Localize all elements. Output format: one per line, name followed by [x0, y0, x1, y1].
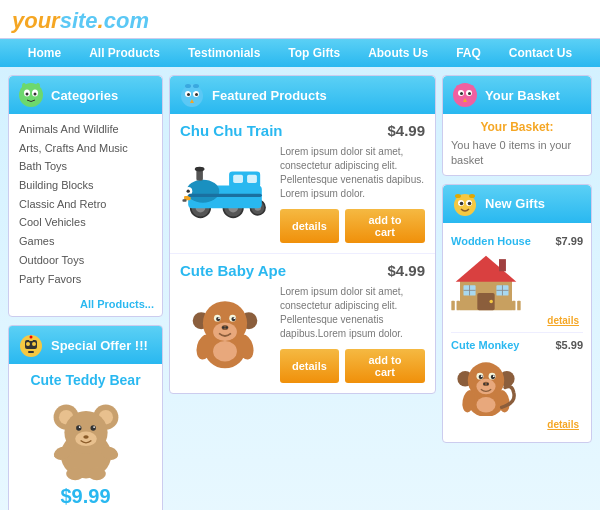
svg-point-36	[185, 84, 191, 88]
svg-point-65	[231, 317, 235, 321]
svg-point-33	[187, 93, 190, 96]
svg-point-25	[83, 435, 88, 439]
left-column: Categories Animals And Wildlife Arts, Cr…	[8, 75, 163, 510]
svg-point-81	[468, 85, 474, 89]
svg-point-80	[456, 85, 462, 89]
logo: yoursite.com	[12, 8, 588, 34]
svg-point-9	[26, 342, 30, 346]
new-gifts-box: New Gifts Wodden House $7.99	[442, 184, 592, 443]
gift-price-monkey: $5.99	[555, 339, 583, 351]
svg-point-113	[481, 375, 483, 377]
svg-point-69	[222, 326, 225, 329]
svg-rect-100	[451, 301, 454, 311]
cat-building[interactable]: Building Blocks	[19, 176, 152, 195]
product-entry-train: Chu Chu Train $4.99	[170, 114, 435, 254]
nav-faq[interactable]: FAQ	[442, 39, 495, 67]
special-offer-mascot-icon	[17, 331, 45, 359]
product-row-train: Lorem ipsum dolor sit amet, consectetur …	[180, 145, 425, 243]
cat-classic[interactable]: Classic And Retro	[19, 195, 152, 214]
basket-header: Your Basket	[443, 76, 591, 114]
special-offer-header: Special Offer !!!	[9, 326, 162, 364]
svg-rect-47	[233, 175, 243, 183]
categories-list: Animals And Wildlife Arts, Crafts And Mu…	[9, 114, 162, 294]
svg-point-114	[493, 375, 495, 377]
cat-bath[interactable]: Bath Toys	[19, 157, 152, 176]
gift-name-row-house: Wodden House $7.99	[451, 235, 583, 247]
logo-your: your	[12, 8, 60, 33]
svg-point-13	[30, 336, 33, 339]
svg-point-24	[93, 426, 95, 428]
product-price-ape: $4.99	[387, 262, 425, 279]
gift-price-house: $7.99	[555, 235, 583, 247]
btn-row-train: details add to cart	[280, 209, 425, 243]
nav-top-gifts[interactable]: Top Gifts	[274, 39, 354, 67]
cat-vehicles[interactable]: Cool Vehicles	[19, 213, 152, 232]
cat-party[interactable]: Party Favors	[19, 270, 152, 289]
gift-details-link-house[interactable]: details	[451, 315, 583, 326]
svg-point-53	[187, 190, 190, 193]
all-products-link[interactable]: All Products...	[9, 294, 162, 316]
product-info-train: Lorem ipsum dolor sit amet, consectetur …	[280, 145, 425, 243]
nav-home[interactable]: Home	[14, 39, 75, 67]
cat-arts[interactable]: Arts, Crafts And Music	[19, 139, 152, 158]
special-offer-title: Special Offer !!!	[51, 338, 148, 353]
svg-point-77	[460, 92, 463, 95]
svg-point-29	[87, 468, 105, 481]
ape-image	[180, 285, 270, 370]
svg-point-4	[34, 93, 37, 96]
new-gifts-mascot-icon	[451, 190, 479, 218]
details-button-ape[interactable]: details	[280, 349, 339, 383]
product-title-row-ape: Cute Baby Ape $4.99	[180, 262, 425, 279]
svg-point-6	[36, 83, 40, 89]
new-gifts-body: Wodden House $7.99	[443, 223, 591, 442]
svg-rect-98	[499, 259, 506, 271]
svg-point-70	[225, 326, 228, 329]
cat-outdoor[interactable]: Outdoor Toys	[19, 251, 152, 270]
svg-point-88	[469, 194, 475, 198]
svg-point-111	[479, 375, 483, 379]
svg-point-112	[491, 375, 495, 379]
basket-mascot-icon	[451, 81, 479, 109]
special-offer-product-name: Cute Teddy Bear	[9, 372, 162, 388]
nav: Home All Products Testimonials Top Gifts…	[0, 39, 600, 67]
svg-rect-102	[512, 301, 515, 311]
svg-rect-48	[247, 175, 257, 183]
train-image	[180, 145, 270, 230]
details-button-train[interactable]: details	[280, 209, 339, 243]
basket-box: Your Basket Your Basket: You have 0 item…	[442, 75, 592, 176]
svg-point-66	[218, 317, 220, 319]
svg-point-78	[468, 92, 471, 95]
product-info-ape: Lorem ipsum dolor sit amet, consectetur …	[280, 285, 425, 383]
basket-section-title: Your Basket	[485, 88, 560, 103]
gift-name-house: Wodden House	[451, 235, 531, 247]
svg-point-116	[483, 383, 485, 385]
product-desc-ape: Lorem ipsum dolor sit amet, consectetur …	[280, 285, 425, 341]
svg-rect-55	[188, 194, 262, 197]
addcart-button-train[interactable]: add to cart	[345, 209, 425, 243]
gift-name-monkey: Cute Monkey	[451, 339, 519, 351]
gift-details-link-monkey[interactable]: details	[451, 419, 583, 430]
right-column: Your Basket Your Basket: You have 0 item…	[442, 75, 592, 443]
addcart-button-ape[interactable]: add to cart	[345, 349, 425, 383]
basket-body: Your Basket: You have 0 items in your ba…	[443, 114, 591, 175]
basket-message: You have 0 items in your basket	[451, 138, 583, 169]
cat-games[interactable]: Games	[19, 232, 152, 251]
featured-header: Featured Products	[170, 76, 435, 114]
nav-testimonials[interactable]: Testimonials	[174, 39, 274, 67]
logo-site: site	[60, 8, 98, 33]
svg-point-108	[476, 379, 495, 395]
svg-point-85	[460, 201, 464, 205]
svg-point-120	[476, 397, 495, 413]
svg-point-23	[78, 426, 80, 428]
nav-all-products[interactable]: All Products	[75, 39, 174, 67]
nav-contact-us[interactable]: Contact Us	[495, 39, 586, 67]
product-desc-train: Lorem ipsum dolor sit amet, consectetur …	[280, 145, 425, 201]
house-image	[451, 247, 521, 312]
categories-box: Categories Animals And Wildlife Arts, Cr…	[8, 75, 163, 317]
new-gifts-title: New Gifts	[485, 196, 545, 211]
logo-com: com	[104, 8, 149, 33]
cat-animals[interactable]: Animals And Wildlife	[19, 120, 152, 139]
main-content: Categories Animals And Wildlife Arts, Cr…	[0, 67, 600, 510]
nav-abouts-us[interactable]: Abouts Us	[354, 39, 442, 67]
svg-point-64	[216, 317, 220, 321]
